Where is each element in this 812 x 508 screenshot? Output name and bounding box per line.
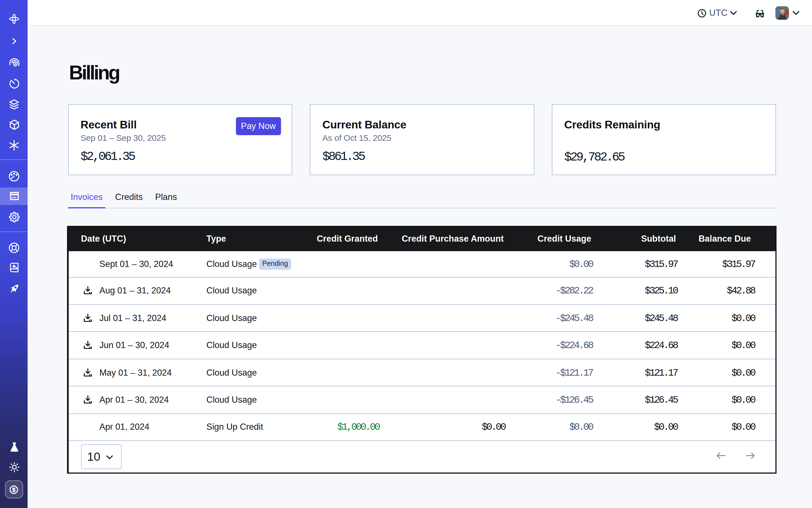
- svg-text:$: $: [12, 486, 16, 493]
